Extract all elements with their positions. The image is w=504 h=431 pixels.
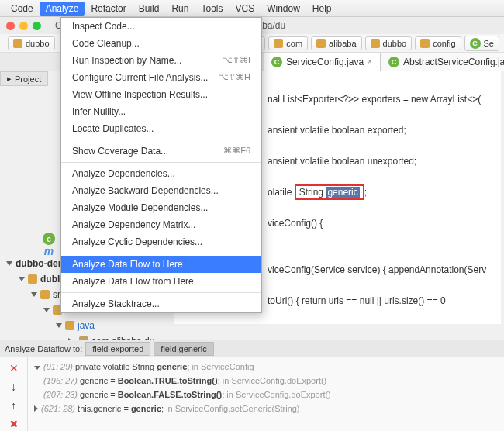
folder-icon: [371, 39, 380, 48]
menu-item[interactable]: Inspect Code...: [61, 18, 261, 35]
folder-icon: [40, 290, 50, 299]
menu-item[interactable]: Show Coverage Data...⌘⌘F6: [61, 143, 261, 160]
menu-build[interactable]: Build: [133, 2, 166, 16]
close-window-icon[interactable]: [6, 22, 15, 30]
editor-tab[interactable]: CServiceConfig.java×: [264, 53, 381, 71]
menu-item[interactable]: Locate Duplicates...: [61, 120, 261, 137]
menu-item[interactable]: Configure Current File Analysis...⌥⇧⌘H: [61, 69, 261, 86]
breadcrumb-label: dubbo: [26, 39, 50, 48]
breadcrumb-item[interactable]: CSe: [464, 36, 499, 51]
breadcrumb-item[interactable]: com: [268, 36, 308, 50]
menu-tools[interactable]: Tools: [195, 2, 229, 16]
menu-item[interactable]: Analyze Data Flow from Here: [61, 273, 261, 290]
chevron-down-icon: [31, 292, 37, 297]
menu-item[interactable]: View Offline Inspection Results...: [61, 86, 261, 103]
tool-window-project[interactable]: ▸ Project: [0, 71, 48, 86]
code-line-highlighted: olatile String generic;: [268, 184, 367, 200]
menu-refactor[interactable]: Refactor: [85, 2, 132, 16]
menu-item[interactable]: Code Cleanup...: [61, 35, 261, 52]
project-label: Project: [15, 74, 41, 84]
folder-icon: [28, 274, 37, 284]
tree-node[interactable]: java: [6, 318, 169, 333]
remove-icon[interactable]: ✖: [8, 418, 20, 430]
code-line: toUrl() { return urls == null || urls.si…: [268, 295, 446, 306]
class-icon: C: [271, 57, 282, 67]
menu-item[interactable]: Run Inspection by Name...⌥⇧⌘I: [61, 52, 261, 69]
class-icon: C: [470, 38, 481, 49]
chevron-down-icon: [19, 277, 25, 281]
editor-tab[interactable]: CAbstractServiceConfig.java×: [381, 53, 504, 71]
breadcrumb-item[interactable]: alibaba: [311, 36, 361, 50]
menu-item[interactable]: Analyze Cyclic Dependencies...: [61, 233, 261, 250]
menu-item[interactable]: Analyze Data Flow to Here: [61, 256, 261, 273]
folder-icon: [420, 39, 430, 48]
minimize-window-icon[interactable]: [19, 22, 28, 30]
code-line: viceConfig(Service service) { appendAnno…: [268, 264, 486, 275]
code-line: nal List<Exporter<?>> exporters = new Ar…: [268, 94, 481, 105]
folder-icon: [274, 39, 283, 48]
menu-window[interactable]: Window: [261, 2, 306, 16]
dataflow-tabs: Analyze Dataflow to: field exported fiel…: [0, 340, 504, 357]
close-tab-icon[interactable]: ×: [368, 57, 372, 66]
menu-run[interactable]: Run: [165, 2, 195, 16]
menu-item[interactable]: Analyze Dependency Matrix...: [61, 216, 261, 233]
dataflow-panel: Analyze Dataflow to: field exported fiel…: [0, 340, 504, 431]
breadcrumb-item[interactable]: config: [415, 36, 461, 50]
analyze-menu-dropdown: Inspect Code...Code Cleanup...Run Inspec…: [60, 17, 262, 313]
chevron-down-icon: [6, 261, 12, 266]
menu-item[interactable]: Analyze Stacktrace...: [61, 295, 261, 312]
code-line: ansient volatile boolean unexported;: [268, 156, 416, 167]
gutter-icons: c m: [43, 233, 55, 257]
menu-vcs[interactable]: VCS: [229, 2, 261, 16]
zoom-window-icon[interactable]: [33, 22, 41, 30]
folder-icon: [13, 39, 22, 48]
dataflow-row[interactable]: (207: 23) generic = Boolean.FALSE.toStri…: [34, 388, 498, 402]
dataflow-row[interactable]: (621: 28) this.generic = generic; in Ser…: [34, 402, 498, 415]
dataflow-results[interactable]: (91: 29) private volatile String generic…: [28, 357, 504, 431]
breadcrumb-root[interactable]: dubbo: [8, 36, 55, 50]
chevron-down-icon: [43, 308, 50, 312]
project-icon: ▸: [7, 74, 12, 84]
dataflow-tab[interactable]: field exported: [85, 342, 150, 356]
folder-icon: [316, 39, 326, 48]
menu-help[interactable]: Help: [306, 2, 338, 16]
dataflow-gutter: ✕ ↓ ↑ ✖: [0, 357, 28, 431]
chevron-down-icon: [56, 323, 62, 328]
class-icon: C: [388, 57, 399, 67]
code-line: ansient volatile boolean exported;: [268, 125, 406, 136]
menu-item[interactable]: Infer Nullity...: [61, 103, 261, 120]
menu-code[interactable]: Code: [5, 2, 40, 16]
expand-icon[interactable]: ↓: [8, 381, 20, 393]
dataflow-label: Analyze Dataflow to:: [5, 344, 82, 353]
menu-item[interactable]: Analyze Backward Dependencies...: [61, 182, 261, 199]
menu-item[interactable]: Analyze Module Dependencies...: [61, 199, 261, 216]
menu-item[interactable]: Analyze Dependencies...: [61, 165, 261, 182]
close-icon[interactable]: ✕: [8, 362, 20, 374]
menu-analyze[interactable]: Analyze: [40, 2, 85, 16]
menubar: CodeAnalyzeRefactorBuildRunToolsVCSWindo…: [0, 0, 504, 17]
dataflow-row[interactable]: (91: 29) private volatile String generic…: [34, 360, 498, 374]
breadcrumb-item[interactable]: dubbo: [365, 36, 413, 50]
code-line: viceConfig() {: [268, 218, 323, 229]
collapse-icon[interactable]: ↑: [8, 399, 20, 412]
folder-icon: [65, 321, 74, 330]
dataflow-row[interactable]: (196: 27) generic = Boolean.TRUE.toStrin…: [34, 374, 498, 388]
selected-identifier: generic: [326, 187, 359, 198]
dataflow-tab[interactable]: field generic: [154, 342, 213, 356]
class-gutter-icon[interactable]: c: [43, 233, 55, 245]
